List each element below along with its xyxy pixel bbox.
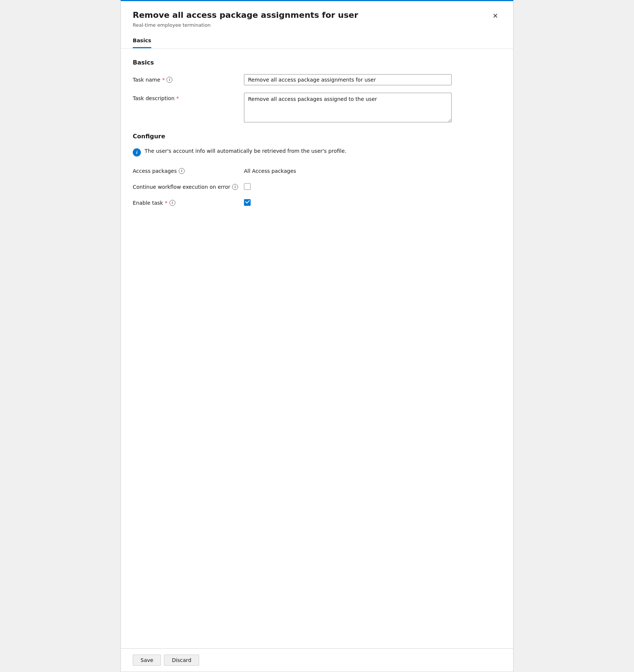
dialog-header: Remove all access package assignments fo… xyxy=(121,1,513,34)
task-name-label: Task name * i xyxy=(133,74,244,83)
access-packages-row: Access packages i All Access packages xyxy=(133,165,501,174)
discard-button[interactable]: Discard xyxy=(164,655,199,666)
dialog-panel: Remove all access package assignments fo… xyxy=(120,0,514,672)
enable-task-info-icon[interactable]: i xyxy=(169,200,175,206)
dialog-content: Basics Task name * i Task description * xyxy=(121,49,513,648)
tabs-bar: Basics xyxy=(121,34,513,49)
access-packages-value: All Access packages xyxy=(244,165,296,174)
dialog-footer: Save Discard xyxy=(121,648,513,672)
access-packages-info-icon[interactable]: i xyxy=(179,168,185,174)
close-button[interactable]: ✕ xyxy=(489,10,501,22)
dialog-subtitle: Real-time employee termination xyxy=(133,22,489,28)
enable-task-row: Enable task * i xyxy=(133,197,501,206)
task-name-row: Task name * i xyxy=(133,74,501,85)
task-name-required: * xyxy=(162,77,165,83)
configure-section: Configure i The user's account info will… xyxy=(133,133,501,206)
save-button[interactable]: Save xyxy=(133,655,161,666)
configure-section-heading: Configure xyxy=(133,133,501,140)
enable-task-checkbox[interactable] xyxy=(244,199,251,206)
dialog-title: Remove all access package assignments fo… xyxy=(133,10,489,21)
dialog-title-block: Remove all access package assignments fo… xyxy=(133,10,489,28)
task-description-input[interactable] xyxy=(244,93,452,122)
task-description-required: * xyxy=(176,95,179,101)
task-description-input-container xyxy=(244,93,452,124)
continue-workflow-checkbox-container xyxy=(244,181,251,190)
basics-section-heading: Basics xyxy=(133,59,501,66)
info-filled-icon: i xyxy=(133,148,141,157)
continue-workflow-label: Continue workflow execution on error i xyxy=(133,181,244,190)
task-name-input[interactable] xyxy=(244,74,452,85)
task-description-row: Task description * xyxy=(133,93,501,124)
continue-workflow-row: Continue workflow execution on error i xyxy=(133,181,501,190)
enable-task-label: Enable task * i xyxy=(133,197,244,206)
enable-task-required: * xyxy=(165,200,168,206)
task-description-label: Task description * xyxy=(133,93,244,101)
enable-task-checkbox-container xyxy=(244,197,251,206)
task-name-info-icon[interactable]: i xyxy=(166,77,172,83)
info-banner: i The user's account info will automatic… xyxy=(133,148,501,157)
continue-workflow-checkbox[interactable] xyxy=(244,183,251,190)
access-packages-label: Access packages i xyxy=(133,165,244,174)
tab-basics[interactable]: Basics xyxy=(133,34,151,48)
info-banner-text: The user's account info will automatical… xyxy=(145,148,346,154)
continue-workflow-info-icon[interactable]: i xyxy=(232,184,238,190)
close-icon: ✕ xyxy=(492,13,498,19)
task-name-input-container xyxy=(244,74,452,85)
